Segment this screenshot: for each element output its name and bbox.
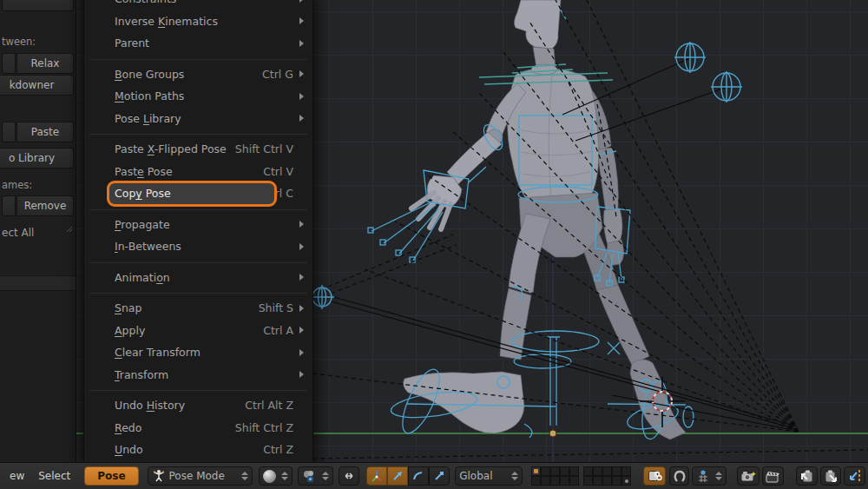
menu-item-bone-groups[interactable]: Bone GroupsCtrl G bbox=[84, 63, 312, 86]
menu-separator bbox=[84, 258, 312, 267]
mode-selector-arrows[interactable] bbox=[241, 472, 248, 480]
menu-item-parent[interactable]: Parent bbox=[84, 32, 312, 55]
paste-x-flipped-pose-button[interactable] bbox=[844, 466, 865, 486]
menu-item-animation[interactable]: Animation bbox=[84, 267, 312, 289]
layer-cell[interactable] bbox=[569, 466, 579, 476]
layer-cell[interactable] bbox=[593, 466, 602, 476]
submenu-arrow-icon bbox=[299, 70, 304, 77]
menu-item-clear-transform[interactable]: Clear Transform bbox=[84, 341, 312, 364]
ik-target-orb-2[interactable] bbox=[711, 71, 742, 102]
pose-menu-button[interactable]: Pose bbox=[84, 466, 138, 486]
submenu-arrow-icon bbox=[299, 371, 304, 378]
opengl-render-camera-icon bbox=[740, 470, 756, 483]
layer-cell[interactable] bbox=[560, 466, 569, 476]
layer-cell[interactable] bbox=[541, 466, 550, 476]
layer-cell[interactable] bbox=[593, 476, 602, 486]
shelf-button-relax[interactable]: Relax bbox=[16, 53, 74, 74]
scale-manipulator-toggle[interactable] bbox=[429, 466, 450, 486]
transform-orientation-selector[interactable]: Global bbox=[455, 466, 523, 486]
layer-cell[interactable] bbox=[541, 476, 550, 486]
menu-item-transform[interactable]: Transform bbox=[84, 364, 312, 387]
paste-pose-button[interactable] bbox=[820, 466, 842, 486]
tool-shelf-items: tween:RelaxkdownerPasteo Libraryames:Rem… bbox=[0, 0, 76, 462]
layer-cell[interactable] bbox=[569, 476, 579, 486]
shelf-button-stub[interactable] bbox=[2, 195, 16, 216]
menu-item-redo[interactable]: RedoShift Ctrl Z bbox=[84, 417, 312, 439]
translate-manipulator-toggle[interactable] bbox=[387, 466, 408, 486]
submenu-arrow-icon bbox=[299, 274, 304, 281]
layer-cell[interactable] bbox=[560, 476, 569, 486]
menu-item-shortcut: Ctrl G bbox=[262, 68, 293, 81]
layer-cell[interactable] bbox=[612, 466, 621, 476]
ik-target-orb-hand[interactable] bbox=[310, 285, 334, 309]
paste-x-flipped-pose-icon bbox=[847, 469, 862, 483]
orientation-arrows[interactable] bbox=[511, 472, 518, 480]
scene-lock-toggle[interactable] bbox=[643, 466, 666, 486]
menu-item-shortcut: Ctrl A bbox=[263, 324, 293, 337]
snap-element-selector[interactable] bbox=[692, 466, 727, 486]
menu-item-propagate[interactable]: Propagate bbox=[84, 214, 312, 236]
menu-item-paste-x-flipped-pose[interactable]: Paste X-Flipped PoseShift Ctrl V bbox=[84, 138, 312, 161]
menu-item-paste-pose[interactable]: Paste PoseCtrl V bbox=[84, 161, 312, 183]
menu-item-inverse-kinematics[interactable]: Inverse Kinematics bbox=[84, 10, 312, 33]
opengl-render-animation-button[interactable] bbox=[762, 466, 785, 486]
rotate-manipulator-toggle[interactable] bbox=[408, 466, 429, 486]
submenu-arrow-icon bbox=[299, 349, 304, 356]
layer-cell[interactable] bbox=[621, 476, 631, 486]
menu-item-pose-library[interactable]: Pose Library bbox=[84, 108, 312, 130]
layer-cell[interactable] bbox=[583, 466, 593, 476]
pose-menu-list: ConstraintsInverse KinematicsParentBone … bbox=[84, 0, 312, 461]
ik-target-orb-1[interactable] bbox=[674, 42, 706, 73]
layers-grid-2[interactable] bbox=[583, 466, 631, 486]
snap-toggle[interactable] bbox=[669, 466, 689, 486]
proportional-editing-toggle[interactable] bbox=[339, 466, 360, 486]
pivot-point-selector[interactable] bbox=[298, 466, 333, 486]
menu-item-undo[interactable]: UndoCtrl Z bbox=[84, 439, 312, 461]
menu-item-copy-pose[interactable]: Copy PoseCtrl C bbox=[84, 182, 312, 205]
view-menu[interactable]: ew bbox=[3, 470, 31, 482]
collapsed-panel-strip[interactable] bbox=[0, 275, 76, 291]
opengl-render-image-button[interactable] bbox=[737, 466, 760, 486]
orientation-label: Global bbox=[459, 470, 492, 482]
layer-cell[interactable] bbox=[550, 476, 560, 486]
origin-dot[interactable] bbox=[549, 430, 556, 437]
shelf-button-paste[interactable]: Paste bbox=[16, 122, 74, 142]
layer-cell[interactable] bbox=[612, 476, 621, 486]
shelf-panel-select-all[interactable]: ect All bbox=[0, 223, 76, 275]
menu-separator bbox=[84, 55, 312, 63]
shelf-button-kdowner[interactable]: kdowner bbox=[0, 75, 74, 96]
menu-item-shortcut: Shift Ctrl V bbox=[235, 142, 293, 155]
shelf-label-tween: tween: bbox=[0, 34, 76, 50]
viewport-header: ew Select Pose Pose Mode bbox=[0, 462, 868, 489]
shelf-button-stub[interactable] bbox=[2, 122, 16, 142]
layer-cell[interactable] bbox=[621, 466, 631, 476]
copy-pose-button[interactable] bbox=[796, 466, 818, 486]
submenu-arrow-icon bbox=[299, 17, 304, 24]
menu-item-snap[interactable]: SnapShift S bbox=[84, 297, 312, 320]
viewport-shading-selector[interactable] bbox=[259, 466, 293, 486]
snap-element-arrows[interactable] bbox=[715, 472, 722, 480]
shelf-button-stub[interactable] bbox=[2, 53, 16, 74]
panel-resize-corner-icon[interactable] bbox=[65, 225, 74, 234]
layer-cell[interactable] bbox=[602, 466, 612, 476]
mode-selector[interactable]: Pose Mode bbox=[148, 466, 253, 486]
shelf-button-olibrary[interactable]: o Library bbox=[0, 148, 74, 169]
shading-arrows[interactable] bbox=[281, 472, 288, 480]
menu-item-motion-paths[interactable]: Motion Paths bbox=[84, 85, 312, 108]
layer-cell[interactable] bbox=[531, 476, 541, 486]
layer-cell[interactable] bbox=[583, 476, 593, 486]
layer-cell[interactable] bbox=[602, 476, 612, 486]
submenu-arrow-icon bbox=[299, 115, 304, 122]
shelf-button-partial[interactable] bbox=[2, 0, 74, 11]
manipulator-toggle[interactable] bbox=[366, 466, 387, 486]
pivot-arrows[interactable] bbox=[322, 472, 329, 480]
layers-grid-1[interactable] bbox=[531, 466, 579, 486]
shelf-button-remove[interactable]: Remove bbox=[16, 195, 74, 216]
menu-item-in-betweens[interactable]: In-Betweens bbox=[84, 235, 312, 258]
layer-cell[interactable] bbox=[550, 466, 560, 476]
menu-item-undo-history[interactable]: Undo HistoryCtrl Alt Z bbox=[84, 394, 312, 417]
select-menu[interactable]: Select bbox=[31, 470, 77, 482]
menu-item-constraints[interactable]: Constraints bbox=[84, 0, 312, 10]
layer-cell[interactable] bbox=[531, 466, 541, 476]
menu-item-apply[interactable]: ApplyCtrl A bbox=[84, 320, 312, 342]
